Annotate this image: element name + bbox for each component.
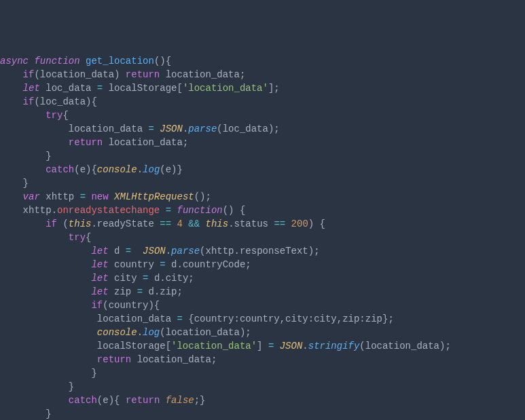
code-line: try{	[0, 109, 525, 122]
code-line: console.log(location_data);	[0, 326, 525, 339]
code-line: }	[0, 149, 525, 163]
code-line: if(country){	[0, 299, 525, 312]
code-line: catch(e){ return false;}	[0, 394, 525, 407]
code-line: return location_data;	[0, 353, 525, 366]
code-line: let d = JSON.parse(xhttp.responseText);	[0, 244, 525, 258]
code-line: if(location_data) return location_data;	[0, 68, 525, 81]
code-line: xhttp.onreadystatechange = function() {	[0, 204, 525, 217]
code-line: if(loc_data){	[0, 95, 525, 109]
code-line: async function get_location(){	[0, 54, 525, 68]
code-line: if (this.readyState == 4 && this.status …	[0, 217, 525, 231]
code-line: let city = d.city;	[0, 271, 525, 285]
code-editor[interactable]: async function get_location(){ if(locati…	[0, 54, 525, 420]
code-line: let loc_data = localStorage['location_da…	[0, 81, 525, 95]
code-line: }	[0, 407, 525, 420]
code-line: var xhttp = new XMLHttpRequest();	[0, 190, 525, 204]
code-line: localStorage['location_data'] = JSON.str…	[0, 339, 525, 353]
code-line: let zip = d.zip;	[0, 285, 525, 299]
code-line: }	[0, 366, 525, 380]
code-line: }	[0, 176, 525, 190]
code-line: location_data = {country:country,city:ci…	[0, 312, 525, 326]
code-line: return location_data;	[0, 136, 525, 149]
code-line: location_data = JSON.parse(loc_data);	[0, 122, 525, 136]
code-line: try{	[0, 231, 525, 244]
code-line: }	[0, 380, 525, 394]
code-line: let country = d.countryCode;	[0, 258, 525, 271]
code-line: catch(e){console.log(e)}	[0, 163, 525, 176]
